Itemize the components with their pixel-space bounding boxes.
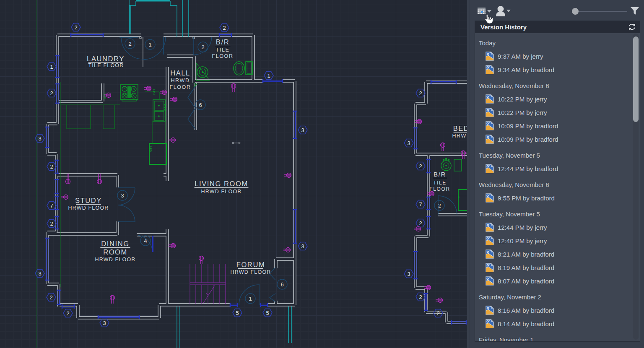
- svg-text:TILE FLOOR: TILE FLOOR: [88, 62, 124, 68]
- svg-text:1: 1: [249, 296, 252, 302]
- svg-text:HRWD FLOOR: HRWD FLOOR: [95, 257, 135, 262]
- svg-text:GFI: GFI: [149, 146, 153, 152]
- svg-text:3: 3: [407, 140, 410, 146]
- svg-text:1: 1: [267, 73, 270, 79]
- svg-text:3: 3: [301, 127, 304, 133]
- svg-text:FORUM: FORUM: [236, 261, 265, 268]
- svg-text:2: 2: [66, 310, 69, 317]
- svg-text:DINING: DINING: [101, 240, 129, 247]
- svg-text:6: 6: [280, 281, 283, 288]
- svg-text:LIVING ROOM: LIVING ROOM: [195, 180, 248, 187]
- svg-text:ROOM: ROOM: [103, 248, 127, 256]
- svg-text:2: 2: [49, 294, 52, 301]
- svg-text:TILE: TILE: [216, 47, 230, 53]
- svg-text:2: 2: [419, 163, 422, 169]
- svg-text:3: 3: [103, 320, 106, 326]
- svg-text:3: 3: [38, 270, 41, 277]
- svg-text:3: 3: [407, 271, 410, 277]
- svg-text:HRWD FLOOR: HRWD FLOOR: [201, 189, 242, 195]
- svg-text:2: 2: [436, 310, 439, 317]
- svg-text:FLOOR: FLOOR: [429, 186, 450, 192]
- svg-text:HRWD: HRWD: [171, 78, 190, 83]
- svg-text:2: 2: [74, 24, 77, 31]
- svg-text:2: 2: [50, 90, 53, 96]
- svg-text:1: 1: [148, 42, 151, 48]
- svg-text:B/R: B/R: [434, 171, 446, 178]
- svg-text:3: 3: [121, 192, 124, 199]
- svg-text:2: 2: [128, 41, 131, 47]
- svg-text:7: 7: [419, 201, 422, 208]
- svg-text:3: 3: [38, 135, 41, 142]
- svg-text:2: 2: [50, 221, 53, 227]
- svg-text:2: 2: [50, 164, 53, 170]
- svg-text:2: 2: [419, 294, 422, 300]
- svg-text:FLOOR: FLOOR: [169, 84, 191, 90]
- svg-text:GFI: GFI: [152, 89, 156, 95]
- svg-text:3: 3: [301, 243, 304, 249]
- svg-text:B/R: B/R: [216, 38, 229, 46]
- svg-text:2: 2: [201, 44, 204, 50]
- svg-text:1: 1: [50, 64, 53, 70]
- svg-text:5: 5: [236, 310, 239, 316]
- svg-text:TILE: TILE: [433, 180, 447, 186]
- svg-text:6: 6: [199, 102, 202, 108]
- svg-text:2: 2: [419, 90, 422, 96]
- svg-text:FLOOR: FLOOR: [212, 53, 233, 59]
- svg-text:STUDY: STUDY: [75, 197, 102, 204]
- svg-text:7: 7: [50, 203, 53, 209]
- svg-text:5: 5: [266, 310, 269, 316]
- svg-text:HRWD FLOOR: HRWD FLOOR: [68, 205, 109, 211]
- svg-text:LAUNDRY: LAUNDRY: [87, 55, 125, 62]
- svg-text:2: 2: [223, 25, 226, 31]
- svg-text:2: 2: [419, 220, 422, 226]
- svg-text:HALL: HALL: [170, 69, 190, 77]
- svg-text:HRWD FLOOR: HRWD FLOOR: [230, 269, 271, 275]
